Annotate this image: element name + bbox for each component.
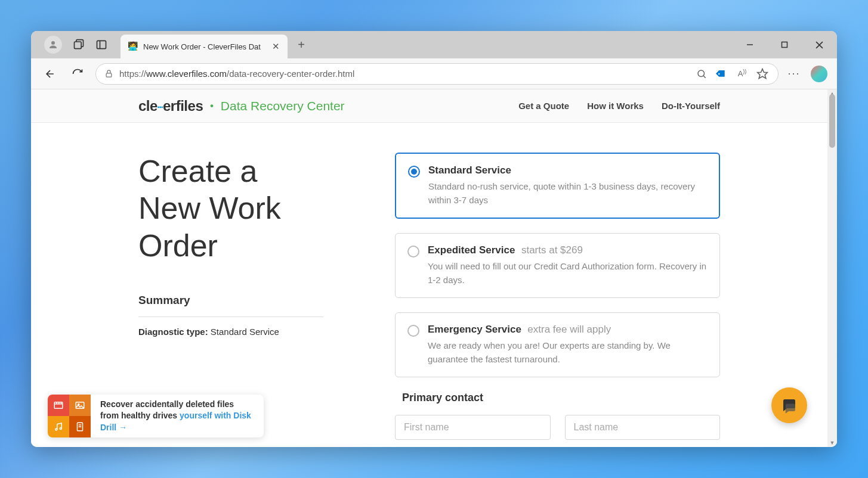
svg-rect-8 — [106, 73, 112, 77]
svg-point-0 — [51, 41, 55, 45]
summary-row: Diagnostic type: Standard Service — [138, 327, 323, 337]
service-info: Standard Service Standard no-rush servic… — [428, 164, 707, 207]
panel-icon — [95, 39, 107, 51]
music-icon — [48, 416, 69, 437]
url-text: https://www.cleverfiles.com/data-recover… — [119, 69, 688, 79]
tab-bar-left — [36, 36, 116, 54]
svg-point-21 — [60, 428, 61, 430]
contact-input-row — [395, 415, 720, 440]
service-title: Expedited Service — [428, 244, 515, 256]
logo-subtitle: Data Recovery Center — [221, 99, 345, 113]
service-desc: Standard no-rush service, quote within 1… — [428, 180, 707, 207]
nav-how-it-works[interactable]: How it Works — [587, 101, 644, 111]
refresh-button[interactable] — [68, 64, 87, 83]
nav-diy[interactable]: Do-It-Yourself — [662, 101, 720, 111]
window-controls — [738, 31, 831, 58]
chat-button[interactable] — [771, 387, 807, 423]
lock-icon — [104, 69, 113, 78]
settings-more-button[interactable]: ··· — [787, 67, 801, 81]
site-header: cle▪▪▪erfiles • Data Recovery Center Get… — [31, 89, 827, 123]
promo-text: Recover accidentally deleted files from … — [91, 399, 264, 434]
minimize-button[interactable] — [738, 36, 762, 54]
scroll-down-icon[interactable]: ▼ — [827, 439, 837, 447]
service-option-standard[interactable]: Standard Service Standard no-rush servic… — [395, 153, 720, 219]
radio-emergency[interactable] — [407, 325, 419, 337]
new-tab-button[interactable]: + — [292, 36, 310, 54]
tag-icon — [713, 65, 730, 82]
radio-standard[interactable] — [408, 166, 420, 178]
summary-heading: Summary — [138, 294, 323, 307]
dots-icon: ··· — [787, 67, 800, 80]
logo-text: cle▪▪▪erfiles — [138, 98, 203, 114]
svg-rect-1 — [75, 42, 82, 49]
service-title: Emergency Service — [428, 324, 521, 335]
radio-expedited[interactable] — [407, 246, 419, 257]
logo-separator: • — [210, 101, 214, 111]
maximize-button[interactable] — [773, 36, 796, 54]
promo-widget[interactable]: Recover accidentally deleted files from … — [48, 395, 264, 437]
right-column: Standard Service Standard no-rush servic… — [395, 153, 720, 440]
image-icon — [69, 395, 91, 416]
zoom-button[interactable] — [694, 67, 709, 81]
maximize-icon — [781, 41, 788, 48]
tab-title: New Work Order - CleverFiles Dat — [143, 42, 266, 51]
contact-heading: Primary contact — [402, 392, 720, 404]
workspaces-button[interactable] — [73, 39, 85, 51]
tab-bar: 🧑‍💻 New Work Order - CleverFiles Dat ✕ + — [31, 31, 837, 58]
vertical-tabs-button[interactable] — [95, 39, 107, 51]
summary-label: Diagnostic type: — [138, 327, 208, 337]
service-option-expedited[interactable]: Expedited Service starts at $269 You wil… — [395, 233, 720, 298]
shopping-button[interactable] — [712, 64, 732, 84]
back-button[interactable] — [41, 64, 60, 83]
tab-favicon: 🧑‍💻 — [128, 41, 138, 52]
close-icon — [816, 41, 823, 49]
url-bar[interactable]: https://www.cleverfiles.com/data-recover… — [95, 63, 779, 85]
main-scroll: cle▪▪▪erfiles • Data Recovery Center Get… — [31, 89, 827, 447]
page-title: Create a New Work Order — [138, 153, 323, 264]
service-desc: You will need to fill out our Credit Car… — [428, 260, 708, 287]
read-aloud-button[interactable]: A)) — [735, 67, 749, 81]
copilot-button[interactable] — [811, 66, 827, 82]
browser-tab-active[interactable]: 🧑‍💻 New Work Order - CleverFiles Dat ✕ — [121, 35, 288, 58]
svg-rect-2 — [97, 41, 106, 48]
document-icon — [69, 416, 91, 437]
svg-line-10 — [703, 76, 706, 78]
workspaces-icon — [73, 39, 85, 51]
service-price: extra fee will apply — [527, 324, 611, 335]
svg-rect-5 — [782, 42, 787, 48]
last-name-input[interactable] — [565, 415, 721, 440]
magnify-icon — [696, 69, 707, 79]
scrollbar-thumb[interactable] — [829, 94, 835, 148]
address-actions: ··· — [787, 66, 827, 82]
tab-close-button[interactable]: ✕ — [271, 42, 280, 51]
promo-icon-grid — [48, 395, 91, 437]
address-bar: https://www.cleverfiles.com/data-recover… — [31, 58, 837, 89]
close-window-button[interactable] — [807, 36, 831, 54]
nav-links: Get a Quote How it Works Do-It-Yourself — [518, 101, 720, 111]
logo[interactable]: cle▪▪▪erfiles • Data Recovery Center — [138, 98, 345, 114]
minimize-icon — [746, 41, 753, 48]
svg-point-9 — [698, 70, 705, 77]
arrow-left-icon — [44, 68, 56, 80]
favorites-button[interactable] — [755, 67, 770, 81]
chat-icon — [780, 396, 798, 414]
browser-window: 🧑‍💻 New Work Order - CleverFiles Dat ✕ + — [31, 31, 837, 447]
star-icon — [756, 68, 768, 80]
service-option-emergency[interactable]: Emergency Service extra fee will apply W… — [395, 312, 720, 377]
svg-point-20 — [55, 429, 57, 430]
film-icon — [48, 395, 69, 416]
read-aloud-icon: A)) — [738, 69, 747, 78]
profile-button[interactable] — [44, 36, 62, 54]
refresh-icon — [72, 68, 84, 80]
service-info: Expedited Service starts at $269 You wil… — [428, 244, 708, 287]
service-title: Standard Service — [428, 164, 511, 176]
service-price: starts at $269 — [521, 244, 583, 256]
summary-divider — [138, 316, 323, 317]
page-content: cle▪▪▪erfiles • Data Recovery Center Get… — [31, 89, 837, 447]
nav-get-quote[interactable]: Get a Quote — [518, 101, 569, 111]
svg-marker-12 — [758, 69, 768, 78]
service-desc: We are ready when you are! Our experts a… — [428, 339, 708, 366]
first-name-input[interactable] — [395, 415, 551, 440]
form-area: Create a New Work Order Summary Diagnost… — [31, 123, 827, 440]
scrollbar[interactable]: ▲ ▼ — [827, 89, 837, 447]
